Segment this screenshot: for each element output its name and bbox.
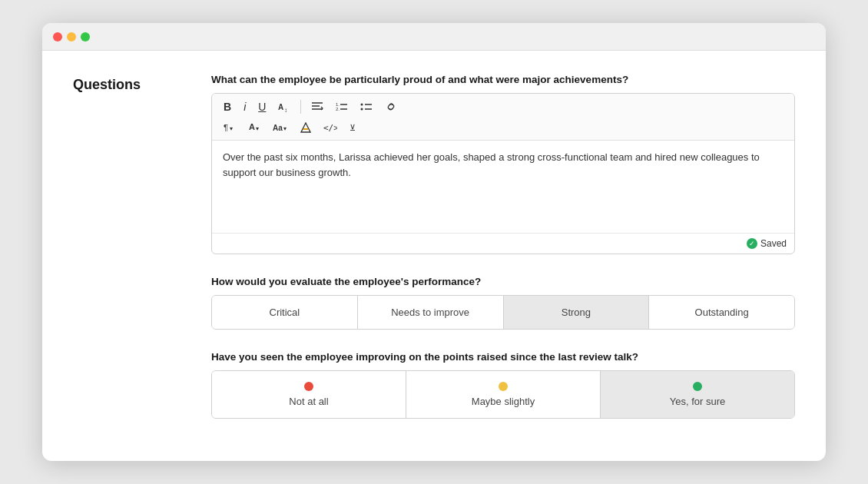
question-2-block: How would you evaluate the employee's pe… xyxy=(211,276,795,330)
svg-text:A: A xyxy=(249,122,255,131)
svg-text:Aa: Aa xyxy=(273,124,283,132)
rating-needs-improve[interactable]: Needs to improve xyxy=(358,296,504,329)
saved-label: Saved xyxy=(760,238,787,249)
improvement-yes-for-sure-label: Yes, for sure xyxy=(670,396,726,407)
link-button[interactable] xyxy=(381,99,401,114)
svg-marker-19 xyxy=(301,123,310,132)
font-case-button[interactable]: Aa▾ xyxy=(269,120,292,135)
toolbar-row-2: ¶▾ A▾ Aa▾ </> xyxy=(220,120,787,135)
question-1-block: What can the employee be particularly pr… xyxy=(211,74,795,254)
improvement-not-at-all[interactable]: Not at all xyxy=(212,371,406,418)
italic-button[interactable]: i xyxy=(240,98,250,115)
rating-options: Critical Needs to improve Strong Outstan… xyxy=(211,295,795,330)
browser-content: Questions What can the employee be parti… xyxy=(42,51,826,461)
editor-footer: ✓ Saved xyxy=(212,233,794,254)
main-content: What can the employee be particularly pr… xyxy=(211,74,795,438)
dot-yellow-icon xyxy=(499,382,508,391)
improvement-yes-for-sure[interactable]: Yes, for sure xyxy=(601,371,794,418)
browser-titlebar xyxy=(42,23,826,51)
traffic-light-yellow[interactable] xyxy=(67,32,76,41)
unordered-list-button[interactable] xyxy=(356,99,376,114)
toolbar-divider-1 xyxy=(300,100,301,114)
traffic-lights xyxy=(53,32,90,41)
dot-red-icon xyxy=(304,382,313,391)
traffic-light-red[interactable] xyxy=(53,32,62,41)
underline-button[interactable]: U xyxy=(254,98,270,115)
question-3-label: Have you seen the employee improving on … xyxy=(211,351,795,363)
svg-text:¶: ¶ xyxy=(224,123,228,132)
toolbar-row-1: B i U A↕ 1.2. xyxy=(220,98,787,115)
browser-window: Questions What can the employee be parti… xyxy=(42,23,826,461)
improvement-not-at-all-label: Not at all xyxy=(289,396,328,407)
saved-badge: ✓ Saved xyxy=(747,238,787,249)
improvement-options: Not at all Maybe slightly Yes, for sure xyxy=(211,370,795,419)
rich-text-editor[interactable]: B i U A↕ 1.2. xyxy=(211,93,795,254)
question-1-label: What can the employee be particularly pr… xyxy=(211,74,795,85)
question-3-block: Have you seen the employee improving on … xyxy=(211,351,795,419)
question-2-label: How would you evaluate the employee's pe… xyxy=(211,276,795,287)
dot-green-icon xyxy=(693,382,702,391)
svg-text:▾: ▾ xyxy=(283,125,287,132)
svg-text:</>: </> xyxy=(323,123,337,133)
editor-toolbar: B i U A↕ 1.2. xyxy=(212,94,794,141)
font-color-button[interactable]: A▾ xyxy=(244,120,264,135)
svg-text:↕: ↕ xyxy=(284,107,287,112)
code-button[interactable]: </> xyxy=(320,120,341,135)
improvement-maybe-slightly[interactable]: Maybe slightly xyxy=(406,371,601,418)
font-size-button[interactable]: A↕ xyxy=(274,99,294,114)
highlight-button[interactable] xyxy=(297,120,315,135)
ordered-list-button[interactable]: 1.2. xyxy=(332,99,352,114)
svg-point-11 xyxy=(361,108,363,111)
bold-button[interactable]: B xyxy=(220,98,235,115)
svg-text:A: A xyxy=(278,103,283,111)
svg-text:▾: ▾ xyxy=(230,125,233,132)
align-button[interactable] xyxy=(307,99,327,114)
sidebar: Questions xyxy=(73,74,181,438)
svg-point-9 xyxy=(361,104,363,106)
saved-dot-icon: ✓ xyxy=(747,238,757,249)
svg-text:2.: 2. xyxy=(336,107,340,111)
paragraph-button[interactable]: ¶▾ xyxy=(220,120,240,135)
rating-outstanding[interactable]: Outstanding xyxy=(649,296,794,329)
svg-text:⊻: ⊻ xyxy=(350,123,356,132)
editor-body[interactable]: Over the past six months, Larissa achiev… xyxy=(212,141,794,233)
rating-strong[interactable]: Strong xyxy=(504,296,650,329)
svg-text:▾: ▾ xyxy=(256,125,259,132)
rating-critical[interactable]: Critical xyxy=(212,296,358,329)
improvement-maybe-slightly-label: Maybe slightly xyxy=(472,396,535,407)
clear-format-button[interactable]: ⊻ xyxy=(346,120,366,135)
sidebar-title: Questions xyxy=(73,77,181,93)
traffic-light-green[interactable] xyxy=(81,32,90,41)
